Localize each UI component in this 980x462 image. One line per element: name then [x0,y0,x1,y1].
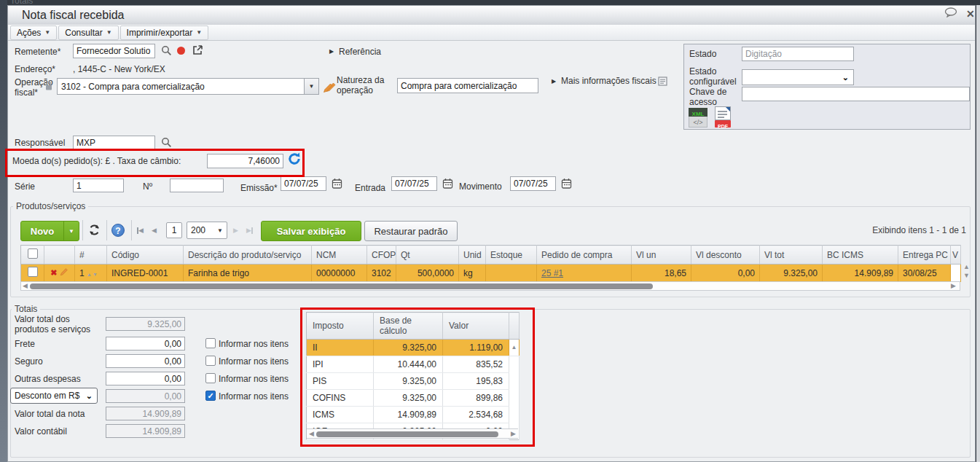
endereco-label: Endereço* [15,65,55,75]
novo-button[interactable]: Novo ▼ [20,221,79,241]
delete-row-icon[interactable]: ✖ [50,268,57,277]
last-page-button[interactable]: ▶ [246,227,253,234]
col-descricao[interactable]: Descrição do produto/serviço [184,246,312,265]
row-checkbox[interactable] [28,267,38,277]
numero-input[interactable] [170,179,224,192]
imposto-row[interactable]: PIS 9.325,00 195,83 [307,373,520,390]
referencia-label[interactable]: Referência [339,47,381,58]
scroll-right-icon[interactable]: ▶ [511,431,516,437]
col-base-de-calculo[interactable]: Base de cálculo [374,313,443,340]
help-icon[interactable]: ? [111,224,125,237]
col-vl-tot[interactable]: Vl tot [760,246,823,265]
outras-despesas-input[interactable] [106,372,185,385]
edit-row-icon[interactable] [60,267,68,278]
page-number-input[interactable]: 1 [166,222,182,238]
calendar-icon[interactable] [561,178,572,192]
informar-desconto-checkbox[interactable]: ✓ [205,391,216,401]
pedido-de-compra-link[interactable]: 25 #1 [541,268,563,278]
xml-file-icon[interactable]: XML </> [689,108,707,128]
col-valor[interactable]: Valor [443,313,509,340]
informar-frete-checkbox[interactable] [205,338,216,348]
impostos-hscrollbar-thumb[interactable] [316,431,498,437]
table-row[interactable]: ✖ 1 ▲▼ INGRED-0001 Farinha de trigo 0000… [21,265,961,282]
col-v[interactable]: V [951,246,961,265]
col-pedido-de-compra[interactable]: Pedido de compra [537,246,632,265]
search-icon[interactable] [161,45,172,58]
calendar-icon[interactable] [332,178,342,192]
dropdown-button[interactable]: ▼ [304,79,318,94]
imposto-row[interactable]: IPI 10.444,00 835,52 [307,356,520,373]
external-link-icon[interactable] [192,44,203,58]
menu-acoes[interactable]: Ações▼ [10,26,57,40]
col-vl-un[interactable]: Vl un [632,246,691,265]
movimento-input[interactable] [510,176,556,191]
col-unid[interactable]: Unid [459,246,486,265]
chevron-down-icon: ⌄ [842,73,853,82]
col-ncm[interactable]: NCM [312,246,367,265]
expander-arrow-icon[interactable]: ▶ [329,48,334,55]
notes-icon[interactable] [658,77,667,88]
col-entrega-pc[interactable]: Entrega PC [898,246,951,265]
estado-configuravel-select[interactable]: ⌄ [742,69,854,85]
restaurar-padrao-button[interactable]: Restaurar padrão [364,221,458,241]
operacao-fiscal-select[interactable]: 3102 - Compra para comercialização ▼ [57,78,319,95]
desconto-select[interactable]: Desconto em R$ ⌄ [10,388,98,404]
mais-informacoes-fiscais-label[interactable]: Mais informações fiscais [561,77,656,87]
col-num[interactable]: # [75,246,107,265]
frete-input[interactable] [106,337,185,351]
scroll-left-icon[interactable]: ◀ [309,431,314,437]
select-all-checkbox[interactable] [28,248,38,259]
first-page-button[interactable]: ◀ [137,227,144,234]
close-icon[interactable]: ✕ [966,9,975,19]
scroll-right-icon[interactable]: ▶ [951,283,956,289]
pdf-file-icon[interactable]: PDF [715,106,731,128]
salvar-exibicao-button[interactable]: Salvar exibição [261,221,361,241]
col-vl-desconto[interactable]: Vl desconto [691,246,760,265]
prev-page-button[interactable]: ◀ [152,227,157,234]
scroll-left-icon[interactable]: ◀ [23,283,28,289]
entrada-input[interactable] [391,176,437,191]
col-imposto[interactable]: Imposto [307,313,374,340]
scroll-up-icon[interactable]: ▲ [963,264,970,270]
scroll-up-icon[interactable]: ▲ [511,344,517,351]
remetente-input[interactable] [73,44,155,58]
menu-consultar[interactable]: Consultar▼ [58,26,118,40]
imposto-row[interactable]: COFINS 9.325,00 899,86 [307,390,520,407]
natureza-operacao-input[interactable] [397,78,538,93]
menu-imprimir-exportar[interactable]: Imprimir/exportar▼ [120,26,209,40]
col-codigo[interactable]: Código [107,246,184,265]
informar-seguro-checkbox[interactable] [205,356,216,366]
impostos-hscrollbar[interactable] [307,428,518,439]
expander-arrow-icon[interactable]: ▶ [552,78,556,85]
serie-input[interactable] [73,179,124,192]
calendar-icon[interactable] [442,178,453,192]
next-page-button[interactable]: ▶ [233,227,238,234]
col-qt[interactable]: Qt [396,246,459,265]
col-bc-icms[interactable]: BC ICMS [823,246,898,265]
pencil-icon[interactable] [323,82,334,95]
chave-de-acesso-input[interactable] [742,87,970,101]
items-hscrollbar[interactable] [20,281,960,291]
search-icon[interactable] [161,137,172,150]
chevron-down-icon: ▼ [196,30,202,36]
move-up-down-icons[interactable]: ▲▼ [87,272,98,277]
cell-vl-tot: 9.325,00 [760,265,823,282]
refresh-icon[interactable] [287,152,302,168]
scroll-down-icon[interactable]: ▼ [963,273,970,279]
actions-column-header [44,246,75,265]
taxa-cambio-input[interactable] [207,154,283,168]
items-hscrollbar-thumb[interactable] [30,283,653,289]
informar-outras-despesas-checkbox[interactable] [205,373,216,383]
seguro-input[interactable] [106,354,185,368]
col-estoque[interactable]: Estoque [486,246,537,265]
refresh-grid-icon[interactable] [87,223,101,239]
col-cfop[interactable]: CFOP [367,246,396,265]
emissao-input[interactable] [281,176,326,191]
imposto-row[interactable]: ICMS 14.909,89 2.534,68 [307,407,520,423]
novo-dropdown-arrow[interactable]: ▼ [63,222,79,240]
imposto-name: PIS [307,373,374,390]
imposto-row[interactable]: II 9.325,00 1.119,00 ▲ [307,340,520,356]
responsavel-input[interactable] [73,136,155,150]
page-size-select[interactable]: 200 ▼ [187,222,227,239]
comment-bubble-icon[interactable] [944,7,957,20]
